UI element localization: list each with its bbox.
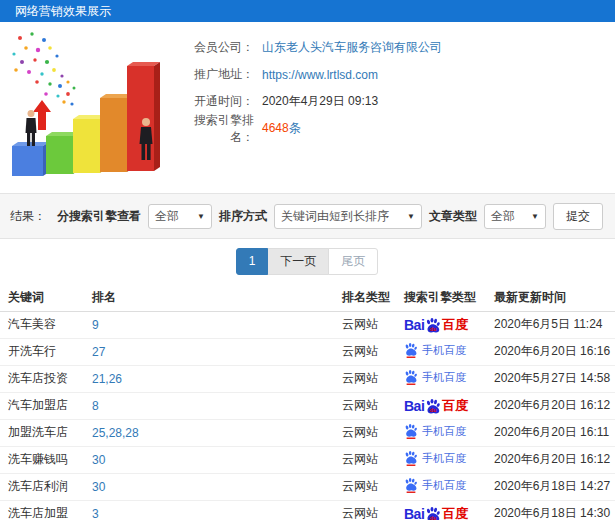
sort-label: 排序方式: [219, 208, 267, 225]
table-header-row: 关键词 排名 排名类型 搜索引擎类型 最新更新时间: [0, 284, 615, 311]
page-header: 网络营销效果展示: [0, 0, 615, 22]
mobile-baidu-logo: 手机百度: [404, 450, 466, 466]
updated-cell: 2020年6月20日 16:11: [490, 419, 615, 446]
rank-link[interactable]: 9: [88, 311, 338, 338]
rank-link[interactable]: 25,28,28: [88, 419, 338, 446]
rank-type-cell: 云网站: [338, 365, 400, 392]
businessman-left: [26, 110, 37, 146]
engine-filter-label: 分搜索引擎查看: [57, 208, 141, 225]
rank-link[interactable]: 3: [88, 500, 338, 520]
table-row: 加盟洗车店 25,28,28 云网站 Bai du 百度: [0, 419, 615, 446]
table-row: 洗车赚钱吗 30 云网站 Bai du 百度: [0, 446, 615, 473]
keyword-cell: 汽车加盟店: [0, 392, 88, 419]
mobile-baidu-logo: 手机百度: [404, 369, 466, 385]
rank-link[interactable]: 27: [88, 338, 338, 365]
info-row-url: 推广地址： https://www.lrtlsd.com: [176, 61, 442, 88]
company-link[interactable]: 山东老人头汽车服务咨询有限公司: [262, 39, 442, 56]
bar-chart-illustration: [2, 24, 182, 188]
chevron-down-icon: ▼: [192, 212, 205, 221]
mobile-baidu-paw-icon: [404, 369, 418, 385]
table-row: 洗车店加盟 3 云网站 Bai du 百度: [0, 500, 615, 520]
rank-link[interactable]: 30: [88, 446, 338, 473]
chevron-down-icon: ▼: [526, 212, 539, 221]
engine-cell: Bai du 百度: [400, 500, 490, 520]
rank-type-cell: 云网站: [338, 500, 400, 520]
engine-cell: Bai du 百度: [400, 392, 490, 419]
submit-button[interactable]: 提交: [553, 203, 603, 230]
mobile-baidu-paw-icon: [404, 423, 418, 439]
baidu-logo: Bai du 百度: [404, 505, 468, 520]
table-row: 开洗车行 27 云网站 Bai du 百度: [0, 338, 615, 365]
updated-cell: 2020年5月27日 14:58: [490, 365, 615, 392]
header-engine-type: 搜索引擎类型: [400, 284, 490, 311]
updated-cell: 2020年6月18日 14:27: [490, 473, 615, 500]
rank-count-value: 4648: [262, 121, 289, 135]
results-table: 关键词 排名 排名类型 搜索引擎类型 最新更新时间 汽车美容 9 云网站 Bai…: [0, 284, 615, 520]
keyword-cell: 加盟洗车店: [0, 419, 88, 446]
engine-cell: Bai du 百度: [400, 473, 490, 500]
mobile-baidu-paw-icon: [404, 477, 418, 493]
url-label: 推广地址：: [176, 66, 254, 83]
baidu-paw-icon: du: [425, 506, 441, 520]
updated-cell: 2020年6月18日 14:30: [490, 500, 615, 520]
rank-count-label: 搜索引擎排名：: [176, 112, 254, 146]
baidu-paw-icon: du: [425, 317, 441, 333]
last-page-button[interactable]: 尾页: [328, 248, 378, 275]
svg-text:du: du: [430, 515, 437, 520]
mobile-baidu-logo: 手机百度: [404, 477, 466, 493]
page-1-button[interactable]: 1: [236, 248, 269, 275]
chevron-down-icon: ▼: [402, 212, 415, 221]
company-label: 会员公司：: [176, 39, 254, 56]
updated-cell: 2020年6月20日 16:12: [490, 446, 615, 473]
rank-type-cell: 云网站: [338, 311, 400, 338]
engine-cell: Bai du 百度: [400, 446, 490, 473]
table-row: 汽车美容 9 云网站 Bai du 百度: [0, 311, 615, 338]
updated-cell: 2020年6月20日 16:16: [490, 338, 615, 365]
table-row: 汽车加盟店 8 云网站 Bai du 百度: [0, 392, 615, 419]
top-section: 会员公司： 山东老人头汽车服务咨询有限公司 推广地址： https://www.…: [0, 22, 615, 193]
header-rank-type: 排名类型: [338, 284, 400, 311]
mobile-baidu-paw-icon: [404, 450, 418, 466]
article-type-label: 文章类型: [429, 208, 477, 225]
info-row-rank-count: 搜索引擎排名： 4648条: [176, 115, 442, 142]
open-time-value: 2020年4月29日 09:13: [262, 93, 378, 110]
rank-type-cell: 云网站: [338, 446, 400, 473]
baidu-logo: Bai du 百度: [404, 316, 468, 334]
promotion-url-link[interactable]: https://www.lrtlsd.com: [262, 68, 378, 82]
rank-link[interactable]: 8: [88, 392, 338, 419]
engine-cell: Bai du 百度: [400, 419, 490, 446]
keyword-cell: 洗车店加盟: [0, 500, 88, 520]
rank-type-cell: 云网站: [338, 473, 400, 500]
svg-text:du: du: [430, 326, 437, 332]
table-row: 洗车店利润 30 云网站 Bai du 百度: [0, 473, 615, 500]
header-updated: 最新更新时间: [490, 284, 615, 311]
article-type-select[interactable]: 全部 ▼: [484, 204, 546, 229]
svg-text:du: du: [430, 407, 437, 413]
sort-select[interactable]: 关键词由短到长排序 ▼: [274, 204, 422, 229]
keyword-cell: 汽车美容: [0, 311, 88, 338]
rank-link[interactable]: 30: [88, 473, 338, 500]
baidu-paw-icon: du: [425, 398, 441, 414]
pagination: 1 下一页 尾页: [0, 248, 615, 275]
mobile-baidu-logo: 手机百度: [404, 342, 466, 358]
header-keyword: 关键词: [0, 284, 88, 311]
page-title: 网络营销效果展示: [15, 4, 111, 18]
result-label: 结果：: [10, 208, 46, 225]
rank-link[interactable]: 21,26: [88, 365, 338, 392]
filter-bar: 结果： 分搜索引擎查看 全部 ▼ 排序方式 关键词由短到长排序 ▼ 文章类型 全…: [0, 193, 615, 239]
engine-cell: Bai du 百度: [400, 365, 490, 392]
engine-cell: Bai du 百度: [400, 311, 490, 338]
engine-cell: Bai du 百度: [400, 338, 490, 365]
keyword-cell: 洗车赚钱吗: [0, 446, 88, 473]
header-rank: 排名: [88, 284, 338, 311]
updated-cell: 2020年6月5日 11:24: [490, 311, 615, 338]
mobile-baidu-logo: 手机百度: [404, 423, 466, 439]
rank-count-unit[interactable]: 条: [289, 121, 301, 135]
next-page-button[interactable]: 下一页: [267, 248, 329, 275]
baidu-logo: Bai du 百度: [404, 397, 468, 415]
engine-filter-select[interactable]: 全部 ▼: [148, 204, 212, 229]
info-row-company: 会员公司： 山东老人头汽车服务咨询有限公司: [176, 34, 442, 61]
mobile-baidu-paw-icon: [404, 342, 418, 358]
updated-cell: 2020年6月20日 16:12: [490, 392, 615, 419]
rank-type-cell: 云网站: [338, 419, 400, 446]
